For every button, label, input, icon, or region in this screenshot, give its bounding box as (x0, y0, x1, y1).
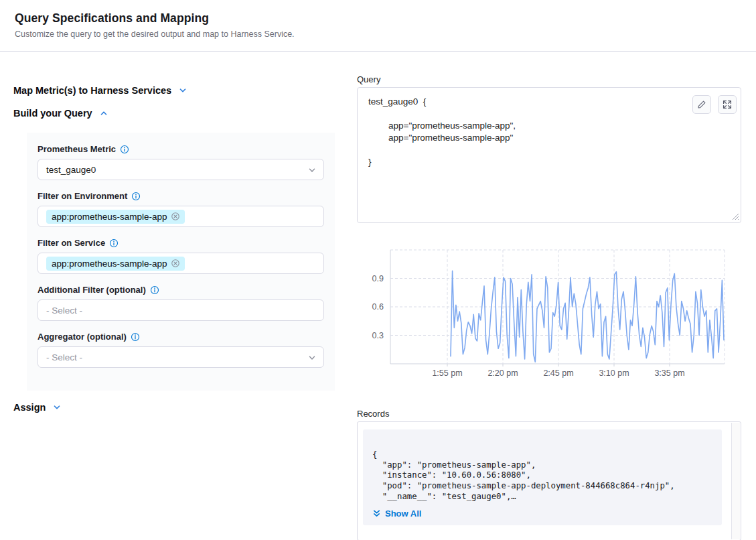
additional-filter-label: Additional Filter (optional) (37, 285, 146, 295)
aggregator-placeholder: - Select - (46, 352, 82, 362)
svg-text:2:20 pm: 2:20 pm (487, 368, 518, 378)
metric-chart-svg: 0.30.60.91:55 pm2:20 pm2:45 pm3:10 pm3:3… (357, 247, 741, 381)
svg-text:0.6: 0.6 (372, 302, 384, 312)
records-scrollbar[interactable] (731, 423, 740, 539)
page-subtitle: Customize the query to get the desired o… (15, 29, 741, 39)
chevron-down-icon (307, 165, 317, 175)
svg-text:2:45 pm: 2:45 pm (543, 368, 573, 378)
resize-handle[interactable] (732, 213, 739, 220)
additional-filter-placeholder: - Select - (46, 306, 82, 316)
aggregator-label: Aggregator (optional) (37, 332, 127, 342)
chevron-up-icon (99, 109, 108, 118)
records-label: Records (357, 409, 389, 419)
page-header: Query Specifications and Mapping Customi… (0, 0, 756, 52)
query-spec-page: Query Specifications and Mapping Customi… (0, 0, 756, 540)
section-build-query[interactable]: Build your Query (13, 108, 108, 119)
metric-chart: 0.30.60.91:55 pm2:20 pm2:45 pm3:10 pm3:3… (357, 247, 741, 381)
filter-environment-input[interactable]: app:prometheus-sample-app (37, 206, 324, 227)
pencil-icon (696, 99, 707, 110)
prometheus-metric-label: Prometheus Metric (37, 144, 116, 154)
remove-chip-icon[interactable] (171, 212, 180, 221)
records-panel: { "app": "prometheus-sample-app", "insta… (357, 421, 741, 540)
double-chevron-down-icon (372, 509, 381, 518)
fullscreen-icon (722, 99, 733, 110)
section-build-query-label: Build your Query (13, 108, 92, 119)
filter-environment-label: Filter on Environment (37, 191, 127, 201)
svg-text:0.3: 0.3 (372, 331, 384, 340)
chevron-down-icon (52, 403, 62, 412)
chevron-down-icon (178, 86, 187, 95)
svg-text:0.9: 0.9 (372, 274, 384, 283)
prometheus-metric-select[interactable]: test_gauge0 (37, 159, 324, 180)
environment-filter-chip-label: app:prometheus-sample-app (52, 212, 167, 222)
remove-chip-icon[interactable] (171, 259, 180, 268)
section-map-metrics[interactable]: Map Metric(s) to Harness Services (13, 85, 187, 96)
info-icon[interactable] (109, 239, 119, 248)
build-query-panel: Prometheus Metric test_gauge0 Filter on … (27, 133, 335, 391)
edit-query-button[interactable] (692, 95, 711, 114)
show-all-label: Show All (385, 509, 421, 519)
record-item: { "app": "prometheus-sample-app", "insta… (363, 429, 722, 525)
expand-query-button[interactable] (718, 95, 737, 114)
filter-service-label: Filter on Service (37, 238, 105, 248)
aggregator-select[interactable]: - Select - (37, 346, 324, 368)
info-icon[interactable] (120, 145, 129, 154)
chevron-down-icon (307, 353, 317, 362)
filter-service-input[interactable]: app:prometheus-sample-app (37, 253, 324, 274)
service-filter-chip-label: app:prometheus-sample-app (52, 259, 167, 269)
page-title: Query Specifications and Mapping (15, 11, 741, 25)
query-label: Query (357, 74, 380, 84)
info-icon[interactable] (131, 192, 141, 201)
svg-text:1:55 pm: 1:55 pm (432, 368, 462, 378)
query-text[interactable]: test_gauge0 { app="prometheus-sample-app… (368, 96, 694, 213)
svg-text:3:35 pm: 3:35 pm (654, 368, 684, 378)
info-icon[interactable] (150, 285, 159, 295)
prometheus-metric-value: test_gauge0 (46, 165, 96, 175)
svg-text:3:10 pm: 3:10 pm (599, 368, 629, 378)
record-json-text: { "app": "prometheus-sample-app", "insta… (372, 450, 712, 502)
info-icon[interactable] (131, 332, 140, 342)
section-assign[interactable]: Assign (13, 402, 62, 413)
environment-filter-chip: app:prometheus-sample-app (46, 210, 185, 224)
query-editor[interactable]: test_gauge0 { app="prometheus-sample-app… (357, 87, 741, 223)
section-assign-label: Assign (13, 402, 46, 413)
show-all-link[interactable]: Show All (372, 509, 421, 519)
section-map-metrics-label: Map Metric(s) to Harness Services (13, 85, 171, 96)
additional-filter-select[interactable]: - Select - (37, 299, 324, 321)
service-filter-chip: app:prometheus-sample-app (46, 257, 185, 271)
